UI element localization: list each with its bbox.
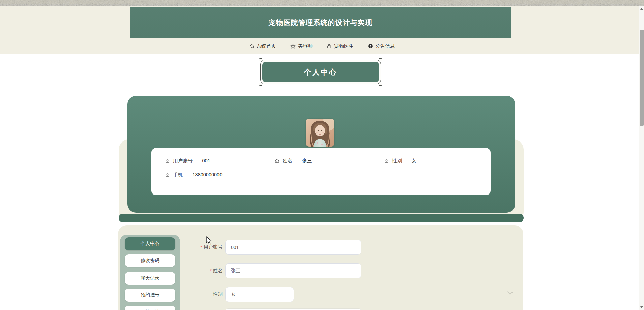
plaque-corner bbox=[379, 58, 382, 61]
name-input[interactable] bbox=[225, 263, 361, 278]
info-label: 性别： bbox=[392, 158, 407, 164]
site-banner: 宠物医院管理系统的设计与实现 bbox=[130, 7, 511, 38]
home-icon bbox=[165, 159, 170, 163]
required-mark: * bbox=[201, 244, 202, 250]
scrollbar-down-button[interactable] bbox=[639, 305, 644, 310]
account-input[interactable] bbox=[225, 240, 361, 255]
gender-select-input[interactable] bbox=[225, 287, 294, 302]
home-icon bbox=[165, 173, 170, 177]
announcement-icon bbox=[368, 44, 373, 49]
info-field-gender: 性别： 女 bbox=[384, 157, 494, 165]
chevron-down-icon[interactable] bbox=[506, 290, 515, 296]
info-value: 001 bbox=[202, 158, 210, 163]
sidebar-item-label: 修改密码 bbox=[141, 258, 159, 264]
scrollbar-up-button[interactable] bbox=[639, 6, 644, 11]
sidebar-item-appointment-cancel[interactable]: 预约取消 bbox=[125, 306, 175, 310]
form-label-text: 用户账号 bbox=[204, 244, 223, 250]
triangle-up-icon bbox=[640, 8, 643, 10]
info-label: 手机： bbox=[173, 172, 188, 178]
form-label-account: * 用户账号 bbox=[162, 240, 223, 255]
scrollbar-thumb[interactable] bbox=[640, 30, 644, 126]
info-field-account: 用户账号： 001 bbox=[165, 157, 275, 165]
main-nav: 系统首页 美容师 宠物医生 bbox=[0, 38, 644, 54]
info-field-name: 姓名： 张三 bbox=[275, 157, 384, 165]
info-label: 姓名： bbox=[283, 158, 297, 164]
info-value: 13800000000 bbox=[193, 172, 223, 177]
info-value: 张三 bbox=[302, 158, 312, 164]
plaque-corner bbox=[259, 83, 262, 86]
top-texture-strip bbox=[0, 0, 644, 6]
nav-item-groomer[interactable]: 美容师 bbox=[290, 43, 313, 49]
sidebar-item-label: 聊天记录 bbox=[141, 275, 159, 281]
required-mark: * bbox=[210, 268, 212, 274]
home-icon bbox=[384, 159, 389, 163]
form-label-gender: 性别 bbox=[162, 287, 223, 302]
page-title: 个人中心 bbox=[304, 67, 338, 77]
nav-item-label: 宠物医生 bbox=[334, 43, 354, 49]
pet-hospital-page: 宠物医院管理系统的设计与实现 系统首页 美容师 bbox=[0, 0, 644, 310]
site-title: 宠物医院管理系统的设计与实现 bbox=[269, 18, 373, 27]
sidebar-item-label: 个人中心 bbox=[141, 241, 159, 247]
nav-item-vet[interactable]: 宠物医生 bbox=[327, 43, 354, 49]
triangle-down-icon bbox=[640, 306, 643, 308]
vertical-scrollbar[interactable] bbox=[639, 6, 644, 310]
profile-info-card: 用户账号： 001 姓名： 张三 性别： 女 手机： 13800000000 bbox=[151, 148, 491, 195]
lock-icon bbox=[327, 44, 332, 49]
home-icon bbox=[249, 44, 254, 49]
user-avatar[interactable] bbox=[306, 119, 334, 147]
nav-item-label: 系统首页 bbox=[257, 43, 276, 49]
sidebar-item-label: 预约挂号 bbox=[141, 292, 159, 298]
header-band: 宠物医院管理系统的设计与实现 系统首页 美容师 bbox=[0, 6, 644, 54]
hero-bottom-bar bbox=[119, 214, 524, 222]
form-label-name: * 姓名 bbox=[162, 263, 223, 278]
nav-item-announcements[interactable]: 公告信息 bbox=[368, 43, 395, 49]
info-value: 女 bbox=[412, 158, 417, 164]
page-title-plaque: 个人中心 bbox=[260, 60, 381, 84]
form-label-text: 姓名 bbox=[213, 268, 223, 274]
nav-item-home[interactable]: 系统首页 bbox=[249, 43, 276, 49]
info-row: 手机： 13800000000 bbox=[151, 171, 491, 179]
nav-item-label: 美容师 bbox=[298, 43, 313, 49]
info-label: 用户账号： bbox=[173, 158, 198, 164]
next-form-input-partial[interactable] bbox=[225, 308, 361, 310]
info-row: 用户账号： 001 姓名： 张三 性别： 女 bbox=[151, 157, 491, 165]
home-icon bbox=[275, 159, 279, 163]
nav-item-label: 公告信息 bbox=[375, 43, 395, 49]
page-title-banner: 个人中心 bbox=[262, 62, 379, 82]
info-field-phone: 手机： 13800000000 bbox=[165, 171, 275, 179]
star-icon bbox=[290, 44, 296, 49]
plaque-corner bbox=[379, 83, 382, 86]
form-label-text: 性别 bbox=[213, 291, 223, 298]
plaque-corner bbox=[259, 58, 262, 61]
